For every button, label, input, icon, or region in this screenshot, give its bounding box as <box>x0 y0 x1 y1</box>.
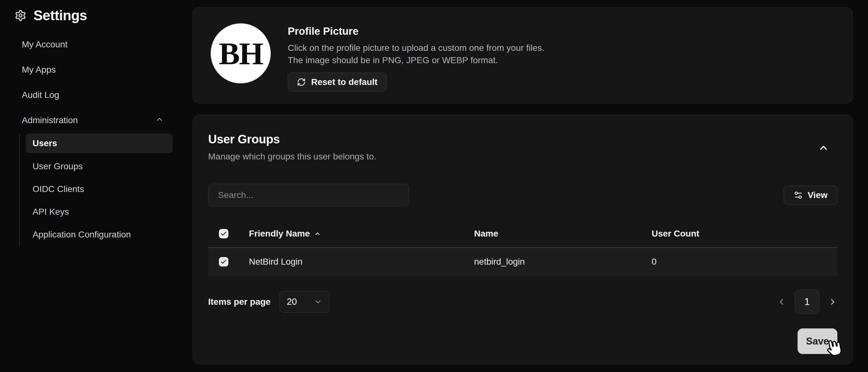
profile-picture-info: Profile Picture Click on the profile pic… <box>288 23 544 88</box>
sidebar-item-user-groups[interactable]: User Groups <box>26 155 173 178</box>
user-groups-subtitle: Manage which groups this user belongs to… <box>208 152 837 162</box>
sort-chevron-up-icon <box>314 230 321 237</box>
pager: 1 <box>777 289 837 314</box>
items-per-page-value: 20 <box>287 297 297 307</box>
pagination-row: Items per page 20 1 <box>208 289 837 314</box>
sidebar-item-label: OIDC Clients <box>33 184 84 194</box>
app-header: Settings <box>0 0 177 23</box>
previous-page-button[interactable] <box>777 297 786 307</box>
avatar-initials: BH <box>219 35 262 72</box>
avatar[interactable]: BH <box>211 23 271 83</box>
sidebar-item-my-apps[interactable]: My Apps <box>0 57 177 83</box>
sidebar: Settings My Account My Apps Audit Log Ad… <box>0 0 177 372</box>
sidebar-item-my-account[interactable]: My Account <box>0 32 177 57</box>
refresh-cw-icon <box>297 78 306 87</box>
current-page-button[interactable]: 1 <box>795 289 819 314</box>
user-groups-card: User Groups Manage which groups this use… <box>193 115 853 365</box>
profile-picture-description-line1: Click on the profile picture to upload a… <box>288 42 544 54</box>
chevron-up-icon <box>155 115 164 126</box>
sidebar-item-label: API Keys <box>33 207 69 217</box>
collapse-section-button[interactable] <box>818 142 829 154</box>
sidebar-item-users[interactable]: Users <box>26 133 173 153</box>
sidebar-item-audit-log[interactable]: Audit Log <box>0 83 177 108</box>
reset-button-label: Reset to default <box>311 77 377 87</box>
sidebar-item-label: Application Configuration <box>33 229 131 240</box>
row-checkbox[interactable] <box>219 257 228 267</box>
chevron-right-icon <box>828 297 837 307</box>
table-header-row: Friendly Name Name User Count <box>208 220 837 247</box>
sidebar-nav: My Account My Apps Audit Log Administrat… <box>0 32 177 133</box>
check-icon <box>220 258 227 265</box>
main-content: BH Profile Picture Click on the profile … <box>193 0 853 365</box>
reset-to-default-button[interactable]: Reset to default <box>288 73 386 92</box>
cell-user-count: 0 <box>652 257 837 267</box>
select-all-checkbox[interactable] <box>219 229 228 239</box>
save-button[interactable]: Save <box>798 329 837 354</box>
profile-picture-description-line2: The image should be in PNG, JPEG or WEBP… <box>288 54 544 66</box>
cell-name: netbird_login <box>474 257 652 267</box>
sidebar-item-application-configuration[interactable]: Application Configuration <box>26 223 173 246</box>
items-per-page-label: Items per page <box>208 297 271 307</box>
table-row[interactable]: NetBird Login netbird_login 0 <box>208 248 837 276</box>
save-row: Save <box>208 329 837 354</box>
sliders-icon <box>794 190 803 200</box>
profile-picture-title: Profile Picture <box>288 25 544 37</box>
items-per-page: Items per page 20 <box>208 291 330 313</box>
cell-friendly-name: NetBird Login <box>249 257 474 267</box>
search-input[interactable] <box>208 184 409 206</box>
groups-table: Friendly Name Name User Count NetBird Lo… <box>208 220 837 276</box>
sidebar-item-oidc-clients[interactable]: OIDC Clients <box>26 178 173 200</box>
sidebar-item-label: User Groups <box>33 161 83 172</box>
sidebar-item-label: My Apps <box>22 65 56 75</box>
administration-subnav: Users User Groups OIDC Clients API Keys … <box>19 133 173 246</box>
sidebar-item-label: Users <box>33 138 57 148</box>
column-header-friendly-name[interactable]: Friendly Name <box>249 229 474 239</box>
check-icon <box>220 230 227 237</box>
view-button[interactable]: View <box>784 186 837 205</box>
chevron-up-icon <box>818 142 829 153</box>
items-per-page-select[interactable]: 20 <box>280 291 330 313</box>
sidebar-item-label: My Account <box>22 39 68 50</box>
sidebar-item-api-keys[interactable]: API Keys <box>26 200 173 223</box>
column-header-name[interactable]: Name <box>474 229 652 239</box>
sidebar-item-label: Administration <box>22 115 78 125</box>
column-header-label: Friendly Name <box>249 229 310 239</box>
chevron-left-icon <box>777 297 786 307</box>
sidebar-item-administration[interactable]: Administration <box>0 108 177 133</box>
chevron-down-icon <box>314 298 322 306</box>
user-groups-title: User Groups <box>208 133 837 146</box>
gear-icon <box>14 9 27 22</box>
groups-toolbar: View <box>208 184 837 206</box>
next-page-button[interactable] <box>828 297 837 307</box>
profile-picture-card: BH Profile Picture Click on the profile … <box>193 7 853 103</box>
column-header-user-count[interactable]: User Count <box>652 229 837 239</box>
page-title: Settings <box>33 7 87 23</box>
view-button-label: View <box>808 190 828 200</box>
sidebar-item-label: Audit Log <box>22 90 59 100</box>
